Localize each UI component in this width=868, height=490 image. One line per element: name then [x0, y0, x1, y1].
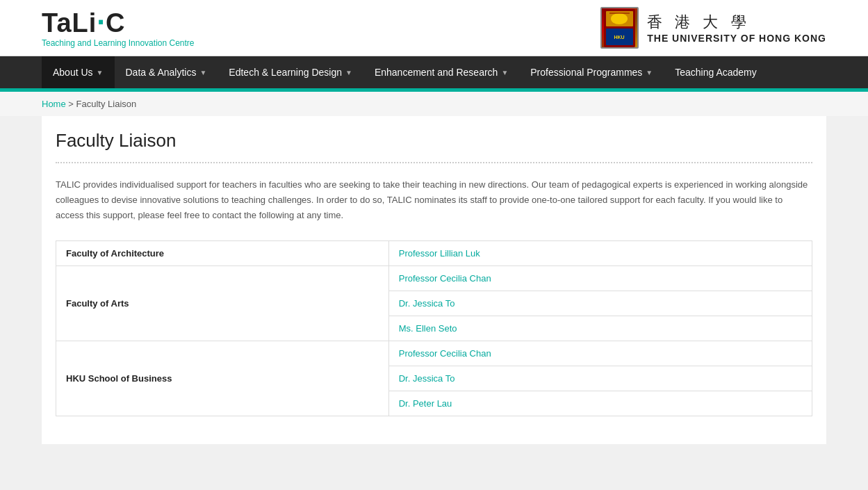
breadcrumb: Home > Faculty Liaison — [0, 92, 868, 116]
hku-text-area: 香 港 大 學 THE UNIVERSITY OF HONG KONG — [647, 12, 826, 44]
person-link-ellen-seto[interactable]: Ms. Ellen Seto — [399, 323, 457, 334]
faculty-table-body: Faculty of Architecture Professor Lillia… — [56, 241, 812, 416]
intro-paragraph: TALIC provides individualised support fo… — [56, 177, 812, 223]
table-cell: Dr. Peter Lau — [388, 391, 812, 416]
nav-label-professional: Professional Programmes — [530, 67, 642, 78]
hku-chinese: 香 港 大 學 — [647, 12, 826, 33]
logo-subtitle: Teaching and Learning Innovation Centre — [42, 38, 195, 48]
person-link-lillian-luk[interactable]: Professor Lillian Luk — [399, 248, 480, 259]
table-row: Faculty of Architecture Professor Lillia… — [56, 241, 812, 266]
logo-area: TaLi·C Teaching and Learning Innovation … — [42, 8, 195, 48]
breadcrumb-current: Faculty Liaison — [76, 99, 137, 109]
table-cell: Professor Cecilia Chan — [388, 266, 812, 291]
title-divider — [56, 162, 812, 163]
breadcrumb-separator: > — [68, 99, 76, 109]
person-link-jessica-to-2[interactable]: Dr. Jessica To — [399, 373, 455, 384]
table-cell: Professor Lillian Luk — [388, 241, 812, 266]
svg-text:HKU: HKU — [614, 35, 625, 40]
table-cell: Dr. Jessica To — [388, 291, 812, 316]
person-link-peter-lau[interactable]: Dr. Peter Lau — [399, 398, 452, 409]
person-link-cecilia-chan-2[interactable]: Professor Cecilia Chan — [399, 348, 491, 359]
nav-label-about-us: About Us — [53, 67, 93, 78]
logo-text: TaLi·C — [42, 8, 195, 37]
nav-arrow-professional: ▼ — [646, 69, 653, 76]
table-row: HKU School of Business Professor Cecilia… — [56, 341, 812, 366]
hku-area: HKU 香 港 大 學 THE UNIVERSITY OF HONG KONG — [600, 7, 826, 49]
faculty-business: HKU School of Business — [56, 341, 389, 416]
hku-crest-icon: HKU — [600, 7, 639, 49]
table-cell: Dr. Jessica To — [388, 366, 812, 391]
table-row: Faculty of Arts Professor Cecilia Chan — [56, 266, 812, 291]
table-cell: Professor Cecilia Chan — [388, 341, 812, 366]
nav-item-edtech[interactable]: Edtech & Learning Design ▼ — [218, 56, 363, 88]
nav-item-teaching-academy[interactable]: Teaching Academy — [664, 56, 768, 88]
nav-item-professional[interactable]: Professional Programmes ▼ — [519, 56, 664, 88]
nav-arrow-edtech: ▼ — [345, 69, 352, 76]
nav-item-enhancement[interactable]: Enhancement and Research ▼ — [363, 56, 519, 88]
person-link-cecilia-chan-1[interactable]: Professor Cecilia Chan — [399, 273, 491, 284]
nav-label-data-analytics: Data & Analytics — [126, 67, 197, 78]
nav-arrow-data-analytics: ▼ — [199, 69, 206, 76]
main-content: Faculty Liaison TALIC provides individua… — [42, 116, 826, 444]
svg-rect-5 — [609, 13, 630, 14]
nav-label-teaching-academy: Teaching Academy — [675, 67, 757, 78]
nav-label-enhancement: Enhancement and Research — [375, 67, 498, 78]
nav-label-edtech: Edtech & Learning Design — [229, 67, 342, 78]
nav-item-about-us[interactable]: About Us ▼ — [42, 56, 115, 88]
faculty-architecture: Faculty of Architecture — [56, 241, 389, 266]
person-link-jessica-to-1[interactable]: Dr. Jessica To — [399, 298, 455, 309]
breadcrumb-home-link[interactable]: Home — [42, 99, 66, 109]
nav-bar: About Us ▼ Data & Analytics ▼ Edtech & L… — [0, 56, 868, 88]
hku-english: THE UNIVERSITY OF HONG KONG — [647, 33, 826, 44]
svg-point-2 — [611, 13, 628, 24]
nav-arrow-about-us: ▼ — [97, 69, 104, 76]
nav-item-data-analytics[interactable]: Data & Analytics ▼ — [115, 56, 218, 88]
table-cell: Ms. Ellen Seto — [388, 316, 812, 341]
page-title: Faculty Liaison — [56, 130, 812, 152]
faculty-table: Faculty of Architecture Professor Lillia… — [56, 240, 812, 416]
nav-arrow-enhancement: ▼ — [501, 69, 508, 76]
faculty-arts: Faculty of Arts — [56, 266, 389, 341]
header: TaLi·C Teaching and Learning Innovation … — [0, 0, 868, 56]
